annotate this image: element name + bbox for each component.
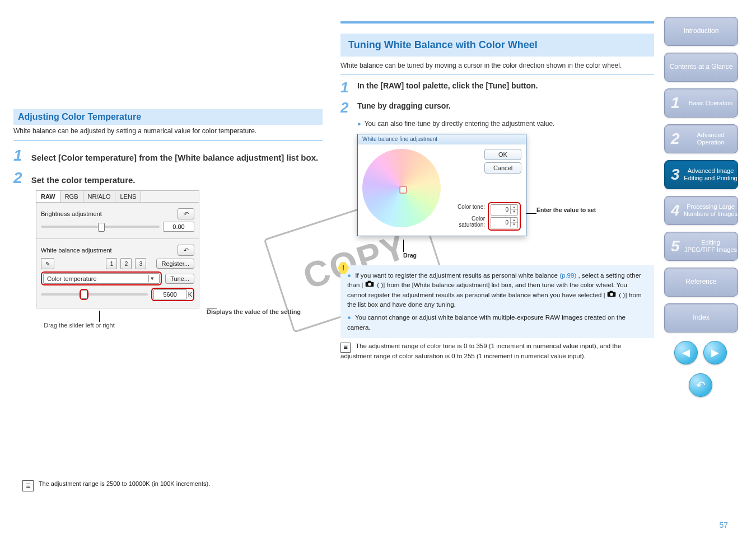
color-saturation-input[interactable]: 0▲▼ <box>491 217 518 228</box>
nav-label: Contents at a Glance <box>670 63 733 71</box>
step-1-text: Select [Color temperature] from the [Whi… <box>31 153 319 162</box>
step-2-text: Set the color temperature. <box>31 175 136 185</box>
step-1-text: In the [RAW] tool palette, click the [Tu… <box>357 79 538 96</box>
page-link-99[interactable]: (p.99) <box>559 272 576 279</box>
brightness-slider[interactable] <box>41 226 160 228</box>
note-icon: ≣ <box>340 343 351 353</box>
triangle-left-icon: ◀ <box>682 346 690 359</box>
color-tone-label: Color tone: <box>445 202 487 213</box>
svg-point-5 <box>610 293 613 296</box>
tab-rgb[interactable]: RGB <box>60 191 83 202</box>
brightness-label: Brightness adjustment <box>41 210 174 217</box>
tip-text-left: The adjustment range is 2500 to 10000K (… <box>39 480 210 487</box>
wb-preset-2[interactable]: 2 <box>120 258 132 269</box>
step-number-1: 1 <box>340 79 357 96</box>
wb-preset-1[interactable]: 1 <box>106 258 117 269</box>
ok-button[interactable]: OK <box>484 149 521 160</box>
section-intro: White balance can be tuned by moving a c… <box>340 61 654 71</box>
wb-preset-3[interactable]: 3 <box>135 258 146 269</box>
svg-rect-1 <box>368 281 371 283</box>
section-description: White balance can be adjusted by setting… <box>13 127 323 135</box>
tip-note-left: ≣ The adjustment range is 2500 to 10000K… <box>22 480 314 491</box>
tab-lens[interactable]: LENS <box>115 191 141 202</box>
wb-fine-adjust-dialog: White balance fine adjustment OK Cancel … <box>357 134 526 236</box>
back-button[interactable]: ↶ <box>689 373 712 397</box>
spinner-arrows[interactable]: ▲▼ <box>510 218 517 227</box>
brightness-value[interactable]: 0.00 <box>163 222 194 232</box>
caution-line2: You cannot change or adjust white balanc… <box>347 314 626 330</box>
warning-icon: ! <box>337 262 348 273</box>
nav-introduction[interactable]: Introduction <box>664 17 738 46</box>
camera-icon <box>365 280 375 290</box>
wb-dropdown[interactable]: Color temperature ▾ <box>43 273 160 284</box>
color-temp-value[interactable]: 5600 <box>153 289 187 299</box>
page-number: 57 <box>719 521 728 530</box>
eyedropper-icon: ✎ <box>45 261 50 267</box>
color-sat-value: 0 <box>491 219 510 226</box>
step-number-2: 2 <box>13 169 29 187</box>
step-number-1: 1 <box>13 147 29 165</box>
camera-icon <box>607 291 617 300</box>
nav-chapter-3[interactable]: 3Advanced ImageEditing and Printing <box>664 160 738 189</box>
nav-label: Index <box>693 314 709 322</box>
nav-label: Reference <box>685 278 716 286</box>
svg-point-2 <box>368 283 371 286</box>
nav-chapter-4[interactable]: 4Processing Large Numbers of Images <box>664 196 738 225</box>
top-rule <box>340 21 654 24</box>
nav-reference[interactable]: Reference <box>664 268 738 297</box>
nav-index[interactable]: Index <box>664 303 738 332</box>
register-button[interactable]: Register... <box>156 259 194 269</box>
cancel-button[interactable]: Cancel <box>484 162 521 174</box>
caution-panel: ! ● If you want to register the adjustme… <box>340 265 654 338</box>
triangle-right-icon: ▶ <box>711 346 719 359</box>
step2-note: You can also fine-tune by directly enter… <box>365 120 555 128</box>
nav-contents[interactable]: Contents at a Glance <box>664 53 738 82</box>
wb-label: White balance adjustment <box>41 247 174 254</box>
undo-icon: ↶ <box>184 210 189 218</box>
nav-chapter-5[interactable]: 5EditingJPEG/TIFF Images <box>664 232 738 261</box>
step-number-2: 2 <box>340 99 357 116</box>
step-2-text: Tune by dragging cursor. <box>357 99 451 116</box>
brightness-reset-button[interactable]: ↶ <box>178 208 194 219</box>
dialog-title: White balance fine adjustment <box>358 134 526 144</box>
note-icon: ≣ <box>22 480 34 491</box>
wb-reset-button[interactable]: ↶ <box>178 245 194 256</box>
undo-icon: ↶ <box>696 378 706 392</box>
callout-enter-title: Enter the value to set <box>536 207 643 213</box>
eyedropper-button[interactable]: ✎ <box>41 258 54 269</box>
color-wheel-cursor[interactable] <box>399 186 407 194</box>
slider-thumb[interactable] <box>98 223 105 232</box>
tip-text-right: The adjustment range of color tone is 0 … <box>340 343 621 359</box>
tool-palette: RAW RGB NR/ALO LENS Brightness adjustmen… <box>36 190 199 308</box>
wb-dropdown-value: Color temperature <box>47 275 97 282</box>
spinner-arrows[interactable]: ▲▼ <box>510 205 517 214</box>
chevron-down-icon: ▾ <box>148 275 156 282</box>
divider <box>13 140 323 141</box>
svg-rect-4 <box>610 291 613 293</box>
tune-button[interactable]: Tune... <box>165 274 194 284</box>
prev-page-button[interactable]: ◀ <box>674 341 698 364</box>
divider <box>340 74 654 74</box>
tab-raw[interactable]: RAW <box>36 191 60 202</box>
color-wheel[interactable] <box>362 149 441 227</box>
nav-label: Introduction <box>684 27 719 35</box>
tip-note-right: ≣ The adjustment range of color tone is … <box>340 343 654 359</box>
nav-chapter-2[interactable]: 2Advanced Operation <box>664 124 738 153</box>
section-heading-color-wheel: Tuning White Balance with Color Wheel <box>340 34 654 57</box>
temp-unit: K <box>188 291 192 298</box>
bullet-icon <box>357 120 365 128</box>
callout-drag: Drag <box>403 252 417 259</box>
color-sat-label: Color saturation: <box>445 213 487 231</box>
tab-nralo[interactable]: NR/ALO <box>83 191 116 202</box>
color-tone-input[interactable]: 0▲▼ <box>491 204 518 216</box>
slider-thumb[interactable] <box>81 290 87 299</box>
nav-chapter-1[interactable]: 1Basic Operation <box>664 88 738 118</box>
section-heading-color-temp: Adjusting Color Temperature <box>13 109 323 125</box>
undo-icon: ↶ <box>184 247 189 254</box>
color-temp-slider[interactable] <box>41 293 148 296</box>
callout-slider: Drag the slider left or right <box>36 322 123 329</box>
callout-value-title: Displays the value of the setting <box>207 308 319 315</box>
next-page-button[interactable]: ▶ <box>703 341 727 364</box>
color-tone-value: 0 <box>491 207 510 213</box>
